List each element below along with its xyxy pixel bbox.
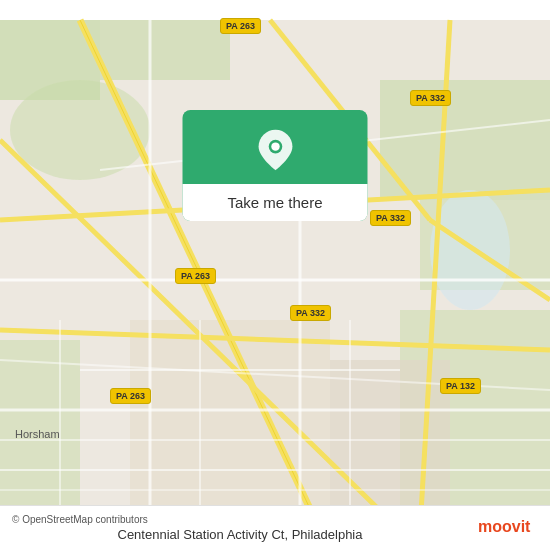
svg-point-33	[271, 142, 279, 150]
road-badge-pa263-mid: PA 263	[175, 268, 216, 284]
location-label: Centennial Station Activity Ct, Philadel…	[12, 527, 468, 542]
navigation-popup: Take me there	[183, 110, 368, 221]
map-background	[0, 0, 550, 550]
road-badge-pa263-lower: PA 263	[110, 388, 151, 404]
place-label-horsham: Horsham	[15, 428, 60, 440]
svg-point-8	[430, 190, 510, 310]
road-badge-pa332-mid: PA 332	[370, 210, 411, 226]
map-attribution: © OpenStreetMap contributors	[12, 514, 468, 525]
bottom-bar: © OpenStreetMap contributors Centennial …	[0, 505, 550, 550]
svg-rect-4	[380, 80, 550, 200]
take-me-there-button[interactable]: Take me there	[183, 184, 368, 221]
road-badge-pa332-right-top: PA 332	[410, 90, 451, 106]
moovit-logo: moovit	[478, 514, 538, 542]
road-badge-pa332-lower: PA 332	[290, 305, 331, 321]
svg-rect-2	[100, 20, 230, 80]
road-badge-pa132: PA 132	[440, 378, 481, 394]
svg-text:moovit: moovit	[478, 518, 531, 535]
popup-icon-area	[233, 110, 317, 184]
road-badge-pa263-top: PA 263	[220, 18, 261, 34]
map-container: PA 263 PA 332 PA 332 PA 263 PA 332 PA 26…	[0, 0, 550, 550]
location-pin-icon	[253, 128, 297, 172]
